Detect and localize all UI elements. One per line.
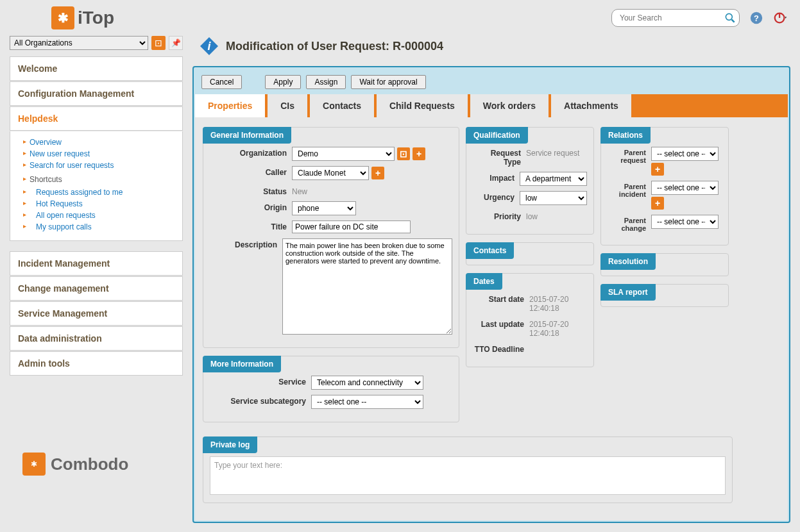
service-subcategory-select[interactable]: -- select one -- [311,395,423,409]
tabs: Properties CIs Contacts Child Requests W… [195,94,788,117]
apply-button[interactable]: Apply [265,75,301,89]
private-log-legend[interactable]: Private log [203,436,257,453]
impact-select[interactable]: A department [520,172,587,186]
relations-legend[interactable]: Relations [600,127,651,144]
tab-properties[interactable]: Properties [195,94,265,117]
logo-text: iTop [78,8,114,28]
org-tree-icon[interactable]: ⊡ [397,147,410,160]
svg-line-1 [732,20,735,22]
org-selector[interactable]: All Organizations [10,36,148,50]
priority-value: low [526,210,538,221]
help-icon[interactable]: ? [749,11,763,25]
nav-admin-tools[interactable]: Admin tools [10,351,183,376]
general-info-fieldset: General Information Organization Demo ⊡ … [203,127,459,348]
tab-child-requests[interactable]: Child Requests [377,94,468,117]
relations-fieldset: Relations Parent request -- select one -… [600,127,729,245]
tab-cis[interactable]: CIs [268,94,307,117]
parent-request-add-icon[interactable]: + [651,163,664,176]
org-add-icon[interactable]: + [413,147,425,160]
resolution-legend[interactable]: Resolution [600,253,656,270]
nav-service[interactable]: Service Management [10,301,183,326]
logout-icon[interactable] [773,11,787,25]
label-description: Description [210,238,277,249]
nav-helpdesk-sub: Overview New user request Search for use… [10,131,183,241]
more-info-fieldset: More Information Service Telecom and con… [203,356,459,422]
cancel-button[interactable]: Cancel [201,75,242,89]
origin-select[interactable]: phone [292,201,356,215]
nav-incident[interactable]: Incident Management [10,251,183,276]
label-caller: Caller [210,166,287,177]
description-textarea[interactable]: The main power line has been broken due … [282,238,452,335]
caller-select[interactable]: Claude Monet [292,166,369,180]
page-title: Modification of User Request: R-000004 [226,40,443,53]
nav-data-admin[interactable]: Data administration [10,326,183,351]
title-input[interactable] [292,220,411,233]
label-title: Title [210,220,287,231]
wait-approval-button[interactable]: Wait for approval [351,75,425,89]
service-select[interactable]: Telecom and connectivity [311,376,423,390]
org-tree-button[interactable]: ⊡ [151,36,166,50]
dates-fieldset: Dates Start date 2015-07-20 12:40:18 Las… [466,273,594,367]
main-panel: Cancel Apply Assign Wait for approval Pr… [192,66,790,523]
pin-button[interactable]: 📌 [169,36,183,50]
label-parent-incident: Parent incident [608,181,646,198]
tab-contacts[interactable]: Contacts [310,94,374,117]
global-search[interactable] [611,9,740,27]
vendor-icon: ✱ [22,453,46,476]
nav-config-mgmt[interactable]: Configuration Management [10,81,183,106]
resolution-fieldset: Resolution [600,253,729,276]
vendor-logo: ✱ Combodo [22,453,183,476]
organization-select[interactable]: Demo [292,147,395,161]
nav-my-calls[interactable]: My support calls [23,221,174,233]
sidebar: All Organizations ⊡ 📌 Welcome Configurat… [10,36,183,523]
parent-incident-add-icon[interactable]: + [651,197,664,210]
label-parent-request: Parent request [608,147,646,164]
private-log-input[interactable]: Type your text here: [210,456,726,495]
nav-overview[interactable]: Overview [23,137,174,148]
nav-welcome[interactable]: Welcome [10,56,183,81]
parent-incident-select[interactable]: -- select one -- [651,181,719,195]
label-start-date: Start date [473,293,524,304]
search-input[interactable] [615,11,724,25]
app-logo: ✱ iTop [51,6,114,29]
qualification-fieldset: Qualification Request Type Service reque… [466,127,594,235]
nav-hot-requests[interactable]: Hot Requests [23,198,174,210]
label-last-update: Last update [473,318,524,329]
tab-attachments[interactable]: Attachments [551,94,631,117]
nav-all-open[interactable]: All open requests [23,210,174,221]
parent-request-select[interactable]: -- select one -- [651,147,719,161]
label-request-type: Request Type [473,147,521,167]
tab-work-orders[interactable]: Work orders [470,94,549,117]
qualification-legend[interactable]: Qualification [466,127,528,144]
nav-assigned-to-me[interactable]: Requests assigned to me [23,187,174,198]
dates-legend[interactable]: Dates [466,273,502,290]
urgency-select[interactable]: low [520,191,587,205]
sla-legend[interactable]: SLA report [600,284,656,301]
private-log-fieldset: Private log Type your text here: [203,436,733,503]
sla-fieldset: SLA report [600,284,729,307]
logo-icon: ✱ [51,6,74,29]
label-tto-deadline: TTO Deadline [473,343,524,354]
svg-point-0 [726,13,732,20]
label-service-subcategory: Service subcategory [210,395,306,406]
parent-change-select[interactable]: -- select one -- [651,215,719,229]
nav-search-requests[interactable]: Search for user requests [23,160,174,171]
label-service: Service [210,376,306,387]
request-type-value: Service request [526,147,579,158]
more-info-legend[interactable]: More Information [203,356,281,372]
label-parent-change: Parent change [608,215,646,232]
start-date-value: 2015-07-20 12:40:18 [529,293,587,313]
contacts-legend[interactable]: Contacts [466,242,514,259]
label-impact: Impact [473,172,515,183]
last-update-value: 2015-07-20 12:40:18 [529,318,587,338]
label-origin: Origin [210,201,287,212]
caller-add-icon[interactable]: + [371,167,384,179]
general-info-legend[interactable]: General Information [203,127,291,144]
nav-shortcuts-header: Shortcuts [23,171,174,187]
nav-change[interactable]: Change management [10,276,183,301]
label-urgency: Urgency [473,191,515,202]
assign-button[interactable]: Assign [306,75,346,89]
nav-helpdesk[interactable]: Helpdesk [10,106,183,131]
search-icon[interactable] [724,12,736,24]
nav-new-request[interactable]: New user request [23,148,174,160]
